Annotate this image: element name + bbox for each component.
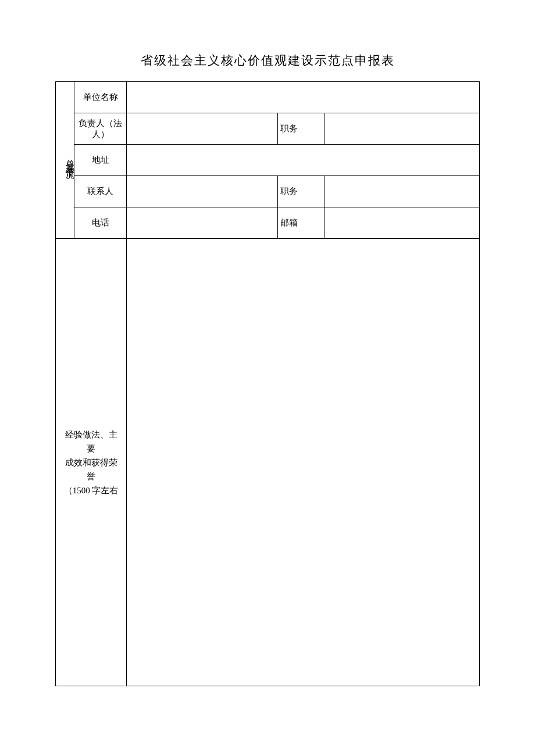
value-contact-position[interactable] [324,176,480,207]
page-title: 省级社会主义核心价值观建设示范点申报表 [55,52,480,69]
table-row: 负责人（法人） 职务 [56,113,480,145]
label-unit-name: 单位名称 [74,82,127,113]
section-header-basic-info: 单位基本情况 [56,82,74,239]
value-principal[interactable] [127,113,278,145]
value-email[interactable] [324,207,480,239]
table-row: 联系人 职务 [56,176,480,207]
label-email: 邮箱 [278,207,324,239]
value-unit-name[interactable] [127,82,480,113]
label-contact: 联系人 [74,176,127,207]
label-principal-position: 职务 [278,113,324,145]
label-principal: 负责人（法人） [74,113,127,145]
label-contact-position: 职务 [278,176,324,207]
table-row: 电话 邮箱 [56,207,480,239]
table-row: 单位基本情况 单位名称 [56,82,480,113]
table-row: 地址 [56,145,480,176]
value-contact[interactable] [127,176,278,207]
table-row: 经验做法、主要 成效和获得荣誉 （1500 字左右 [56,239,480,686]
label-experience: 经验做法、主要 成效和获得荣誉 （1500 字左右 [56,239,127,686]
value-address[interactable] [127,145,480,176]
label-phone: 电话 [74,207,127,239]
value-phone[interactable] [127,207,278,239]
value-experience[interactable] [127,239,480,686]
application-form-table: 单位基本情况 单位名称 负责人（法人） 职务 地址 联系人 职务 电话 邮箱 [55,81,480,686]
label-address: 地址 [74,145,127,176]
value-principal-position[interactable] [324,113,480,145]
